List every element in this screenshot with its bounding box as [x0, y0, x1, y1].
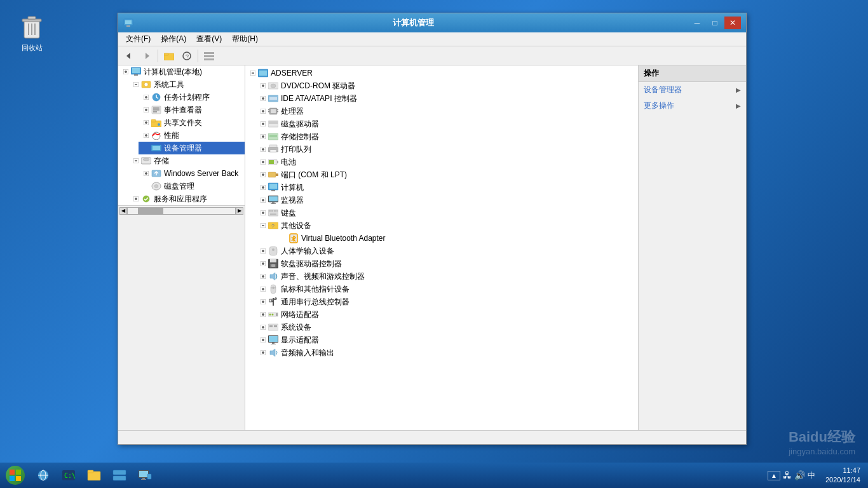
dev-processor[interactable]: 处理器 [245, 105, 638, 118]
display-label: 显示适配器 [281, 335, 319, 346]
tree-event-viewer[interactable]: 事件查看器 [139, 104, 245, 116]
dev-computer[interactable]: 计算机 [245, 181, 638, 194]
action-more-label: 更多操作 [644, 100, 674, 111]
menu-help[interactable]: 帮助(H) [227, 32, 263, 46]
maximize-button[interactable]: □ [707, 17, 723, 29]
toolbar-forward[interactable] [139, 48, 155, 64]
expand-dvd [258, 81, 268, 91]
dev-monitor[interactable]: 监视器 [245, 194, 638, 207]
scroll-left-arrow[interactable]: ◀ [119, 207, 127, 215]
dev-battery[interactable]: 电池 [245, 156, 638, 168]
dev-mouse[interactable]: 鼠标和其他指针设备 [245, 283, 638, 295]
svg-rect-123 [271, 190, 275, 191]
action-arrow-2: ▶ [736, 102, 741, 109]
scroll-right-arrow[interactable]: ▶ [236, 207, 243, 215]
bluetooth-label: Virtual Bluetooth Adapter [301, 234, 386, 243]
forward-icon [142, 51, 151, 60]
svg-rect-8 [126, 25, 130, 27]
dev-bluetooth[interactable]: Virtual Bluetooth Adapter [245, 232, 638, 245]
svg-rect-95 [269, 121, 278, 124]
dev-dvd[interactable]: DVD/CD-ROM 驱动器 [245, 79, 638, 92]
tray-volume[interactable]: 🔊 [794, 470, 805, 480]
clock-date: 2020/12/14 [825, 475, 860, 485]
menu-view[interactable]: 查看(V) [191, 32, 227, 46]
svg-rect-200 [16, 470, 21, 475]
dev-other[interactable]: ? 其他设备 [245, 219, 638, 232]
dev-disk-drive[interactable]: 磁盘驱动器 [245, 118, 638, 130]
tray-network: 🖧 [783, 470, 792, 480]
action-device-manager[interactable]: 设备管理器 ▶ [639, 82, 746, 98]
dev-storage-ctrl[interactable]: 存储控制器 [245, 130, 638, 143]
tree-root[interactable]: 计算机管理(本地) [118, 65, 245, 78]
right-panel: 操作 设备管理器 ▶ 更多操作 ▶ [638, 65, 746, 430]
taskbar-remote-desktop[interactable] [133, 465, 156, 485]
recycle-bin[interactable]: 回收站 [13, 13, 51, 53]
dev-network[interactable]: 网络适配器 [245, 308, 638, 321]
scrollbar-thumb[interactable] [138, 208, 163, 214]
dev-hid[interactable]: 人体学输入设备 [245, 245, 638, 257]
dev-keyboard[interactable]: 键盘 [245, 207, 638, 219]
tree-disk-management[interactable]: 磁盘管理 [139, 180, 245, 193]
dev-ide[interactable]: IDE ATA/ATAPI 控制器 [245, 92, 638, 105]
svg-rect-128 [269, 196, 278, 201]
bluetooth-icon [288, 233, 299, 243]
start-button[interactable] [3, 464, 28, 487]
tree-device-manager[interactable]: 设备管理器 [139, 142, 245, 154]
svg-rect-181 [276, 313, 278, 316]
tree-performance[interactable]: 性能 [139, 129, 245, 142]
svg-point-46 [158, 123, 160, 126]
dev-port[interactable]: 端口 (COM 和 LPT) [245, 168, 638, 181]
dvd-label: DVD/CD-ROM 驱动器 [281, 81, 355, 92]
svg-point-76 [271, 84, 276, 88]
taskbar-explorer[interactable] [32, 465, 55, 485]
terminal-icon: C:\ [61, 469, 76, 482]
menu-action[interactable]: 操作(A) [156, 32, 191, 46]
dev-print-queue[interactable]: 打印队列 [245, 143, 638, 156]
taskbar-clock[interactable]: 11:47 2020/12/14 [820, 466, 865, 485]
svg-marker-10 [146, 53, 149, 59]
svg-text:?: ? [186, 53, 189, 60]
tree-shared-folders[interactable]: 共享文件夹 [139, 116, 245, 129]
windows-logo [6, 466, 25, 485]
dev-floppy[interactable]: 软盘驱动器控制器 [245, 257, 638, 270]
toolbar-btn-list[interactable] [201, 48, 217, 64]
minimize-button[interactable]: ─ [689, 17, 705, 29]
action-more[interactable]: 更多操作 ▶ [639, 98, 746, 114]
task-icon [151, 92, 161, 102]
center-panel: ADSERVER DVD/CD-ROM 驱动器 [245, 65, 638, 430]
ide-icon [268, 93, 278, 104]
monitor-label: 监视器 [281, 195, 304, 206]
svg-rect-104 [269, 145, 277, 147]
dev-audio-io[interactable]: 音频输入和输出 [245, 346, 638, 359]
dev-audio[interactable]: 声音、视频和游戏控制器 [245, 270, 638, 283]
server-mgr-icon [112, 469, 127, 482]
left-scrollbar[interactable]: ◀ ▶ [118, 205, 245, 215]
expand-port [258, 170, 268, 180]
menu-file[interactable]: 文件(F) [121, 32, 156, 46]
svg-rect-187 [274, 325, 277, 327]
dev-system[interactable]: 系统设备 [245, 321, 638, 334]
computer-management-icon [123, 18, 133, 28]
tree-system-tools[interactable]: 系统工具 [128, 78, 245, 91]
tree-windows-server-back[interactable]: Windows Server Back [139, 167, 245, 180]
expand-system [258, 322, 268, 332]
taskbar-files[interactable] [83, 465, 105, 485]
tree-task-scheduler[interactable]: 任务计划程序 [139, 91, 245, 104]
tray-ime[interactable]: 中 [808, 470, 815, 481]
toolbar-btn-help[interactable]: ? [179, 48, 195, 64]
toolbar-btn-folder[interactable] [161, 48, 177, 64]
taskbar: C:\ ▲ [0, 463, 868, 488]
dev-root[interactable]: ADSERVER [245, 67, 638, 79]
expand-network [258, 309, 268, 320]
dev-usb[interactable]: 通用串行总线控制器 [245, 295, 638, 308]
taskbar-terminal[interactable]: C:\ [57, 465, 80, 485]
taskbar-server-manager[interactable] [108, 465, 131, 485]
tray-expand[interactable]: ▲ [768, 471, 780, 480]
tree-services-apps[interactable]: 服务和应用程序 [128, 193, 245, 205]
tree-storage[interactable]: 存储 [128, 154, 245, 167]
keyboard-icon [268, 208, 278, 218]
dev-display[interactable]: 显示适配器 [245, 334, 638, 346]
close-button[interactable]: ✕ [724, 17, 741, 29]
toolbar-back[interactable] [121, 48, 137, 64]
title-bar: 计算机管理 ─ □ ✕ [118, 13, 746, 32]
